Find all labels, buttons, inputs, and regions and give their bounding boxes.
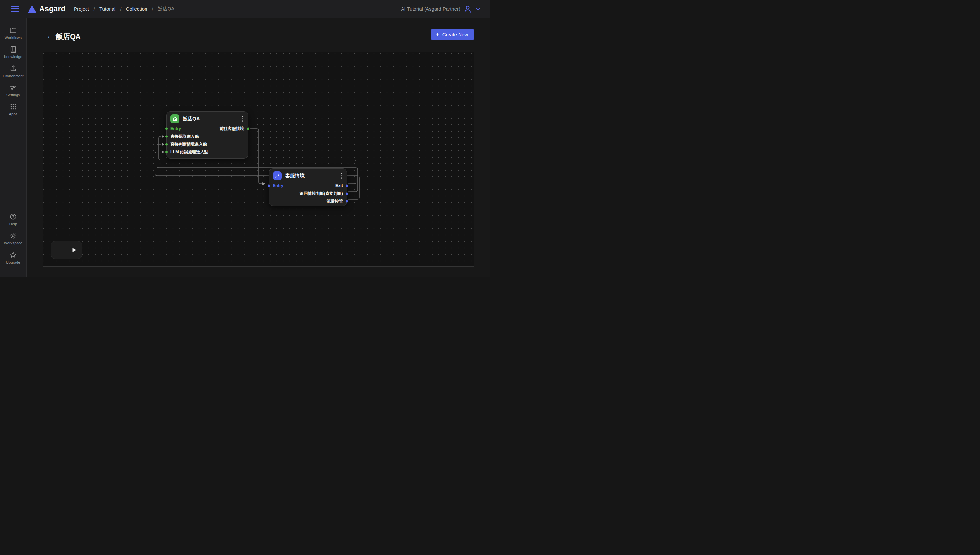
port-dot-flow-control[interactable]: [346, 201, 348, 203]
page-title: 飯店QA: [56, 32, 81, 42]
sidebar-item-settings[interactable]: Settings: [0, 84, 26, 97]
main-content: ← 飯店QA + Create New: [27, 18, 490, 278]
back-arrow-button[interactable]: ←: [45, 31, 55, 41]
sidebar-item-apps[interactable]: Apps: [0, 103, 26, 116]
port-row: 直接判斷情境進入點: [167, 140, 248, 148]
port-dot-direct-judge[interactable]: [165, 143, 168, 146]
breadcrumb-separator: /: [94, 6, 95, 12]
port-row: LLM 錯誤處理進入點: [167, 148, 248, 156]
app-header: Asgard Project / Tutorial / Collection /…: [0, 0, 490, 18]
run-button[interactable]: [70, 246, 78, 254]
node-title: 飯店QA: [183, 116, 237, 122]
edge-arrowhead-icon: [162, 143, 164, 146]
breadcrumb-separator: /: [152, 6, 153, 12]
port-label-entry: Entry: [170, 127, 181, 131]
port-label-direct-listen: 直接聽取進入點: [170, 134, 199, 140]
sidebar-item-environment[interactable]: Environment: [0, 65, 26, 78]
port-dot-return-judge[interactable]: [346, 192, 348, 195]
breadcrumb-tutorial[interactable]: Tutorial: [99, 6, 115, 12]
sidebar-item-label: Workflows: [5, 36, 22, 40]
plus-icon: +: [436, 31, 439, 37]
node-title: 客服情境: [285, 173, 336, 179]
port-row: Entry Exit: [269, 182, 347, 190]
help-circle-icon: [10, 213, 17, 220]
sidebar-item-workflows[interactable]: Workflows: [0, 27, 26, 40]
sliders-icon: [10, 84, 17, 91]
sidebar-item-label: Workspace: [4, 241, 22, 245]
folder-icon: [10, 27, 17, 34]
edge-arrowhead-icon: [162, 151, 164, 154]
port-label-return-judge: 返回情境判斷(直接判斷): [300, 191, 343, 196]
sidebar-item-label: Environment: [3, 74, 24, 78]
chevron-down-icon[interactable]: [475, 6, 481, 12]
create-new-label: Create New: [442, 32, 468, 37]
sidebar-item-upgrade[interactable]: Upgrade: [0, 251, 26, 264]
app-logo[interactable]: Asgard: [28, 5, 66, 13]
workflow-edges: [43, 52, 475, 267]
create-new-button[interactable]: + Create New: [431, 29, 474, 40]
kebab-menu-icon[interactable]: [339, 172, 343, 180]
sidebar-item-label: Help: [10, 222, 17, 226]
add-node-button[interactable]: [55, 246, 63, 254]
breadcrumb-separator: /: [120, 6, 121, 12]
port-dot-entry[interactable]: [268, 185, 270, 187]
port-label-direct-judge: 直接判斷情境進入點: [170, 142, 207, 147]
house-plus-icon: [170, 114, 179, 123]
grid-icon: [10, 103, 17, 111]
port-row: 流量控管: [269, 197, 347, 205]
port-dot-entry[interactable]: [165, 128, 168, 130]
workflow-node-cs-scenario[interactable]: 客服情境 Entry Exit 返回情境判斷(直接判斷) 流量控管: [269, 168, 347, 206]
port-label-entry: Entry: [273, 183, 283, 188]
transfer-arrows-icon: [273, 172, 282, 180]
port-dot-goto-cs[interactable]: [247, 128, 249, 130]
port-dot-llm-error[interactable]: [165, 151, 168, 153]
star-icon: [10, 251, 17, 259]
workflow-canvas[interactable]: 飯店QA Entry 前往客服情境 直接聽取進入點: [43, 51, 474, 267]
port-row: 直接聽取進入點: [167, 133, 248, 140]
port-dot-direct-listen[interactable]: [165, 135, 168, 138]
port-label-goto-cs: 前往客服情境: [220, 126, 244, 132]
sidebar-item-label: Upgrade: [6, 260, 20, 264]
sidebar-item-workspace[interactable]: Workspace: [0, 232, 26, 245]
port-row: 返回情境判斷(直接判斷): [269, 190, 347, 197]
upload-icon: [10, 65, 17, 72]
account-label: AI Tutorial (Asgard Partner): [401, 6, 460, 12]
canvas-controls: [51, 241, 82, 259]
book-icon: [10, 46, 17, 53]
port-label-llm-error: LLM 錯誤處理進入點: [170, 149, 208, 155]
sidebar-item-label: Apps: [9, 112, 17, 116]
breadcrumb: Project / Tutorial / Collection / 飯店QA: [74, 6, 175, 12]
user-icon[interactable]: [463, 5, 472, 13]
page-toolbar: ← 飯店QA + Create New: [27, 18, 490, 51]
hamburger-menu-icon[interactable]: [11, 6, 19, 12]
breadcrumb-current: 飯店QA: [158, 6, 175, 12]
kebab-menu-icon[interactable]: [240, 115, 244, 122]
sidebar: Workflows Knowledge Environment Settings: [0, 18, 27, 278]
breadcrumb-project[interactable]: Project: [74, 6, 89, 12]
sidebar-item-help[interactable]: Help: [0, 213, 26, 226]
workflow-node-hotel-qa[interactable]: 飯店QA Entry 前往客服情境 直接聽取進入點: [166, 111, 248, 159]
port-label-exit: Exit: [335, 183, 343, 188]
sidebar-item-knowledge[interactable]: Knowledge: [0, 46, 26, 59]
triangle-logo-icon: [28, 5, 36, 13]
edge-arrowhead-icon: [162, 135, 164, 138]
port-row: Entry 前往客服情境: [167, 125, 248, 133]
port-dot-exit[interactable]: [346, 185, 348, 187]
sidebar-item-label: Settings: [6, 93, 20, 97]
logo-text: Asgard: [39, 5, 66, 13]
port-label-flow-control: 流量控管: [327, 199, 343, 204]
sidebar-item-label: Knowledge: [4, 55, 22, 59]
breadcrumb-collection[interactable]: Collection: [126, 6, 147, 12]
gear-icon: [10, 232, 17, 239]
